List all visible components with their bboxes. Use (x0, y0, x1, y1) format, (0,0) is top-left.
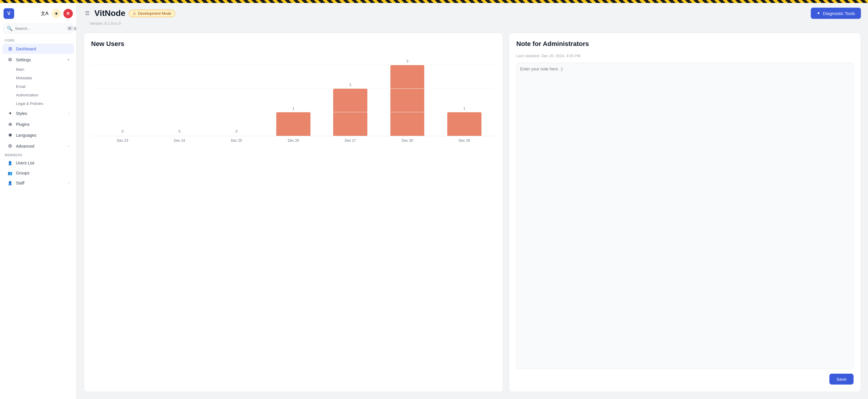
diagnostic-icon: ✦ (817, 11, 820, 16)
sidebar-item-label: Groups (16, 171, 30, 175)
shortcut-key2: K (73, 27, 77, 31)
translate-icon: 文A (41, 11, 49, 17)
chart-date-label: Dec 28 (379, 138, 436, 143)
subitem-label: Email (16, 84, 26, 89)
chart-labels: Dec 23Dec 24Dec 25Dec 26Dec 27Dec 28Dec … (91, 136, 496, 143)
sidebar-item-label: Advanced (16, 144, 34, 148)
sidebar-toggle-icon: ☰ (85, 10, 90, 16)
bar-value-label: 0 (121, 129, 124, 133)
chart-bars-area: 0001231 (91, 54, 496, 136)
note-textarea[interactable] (516, 63, 854, 369)
save-label: Save (836, 376, 846, 381)
chart-date-label: Dec 24 (151, 138, 208, 143)
logo-icon: V (3, 8, 14, 19)
search-icon: 🔍 (7, 26, 13, 31)
diagnostic-tools-button[interactable]: ✦ Diagnostic Tools (811, 8, 861, 19)
sun-icon: ☀ (54, 11, 58, 16)
save-button[interactable]: Save (829, 374, 854, 385)
sidebar-subitem-main[interactable]: Main (2, 65, 74, 73)
bar-value-label: 3 (406, 59, 408, 63)
settings-icon: ⚙ (7, 57, 13, 63)
sidebar-subitem-legal[interactable]: Legal & Policies (2, 100, 74, 107)
sidebar-item-groups[interactable]: 👥 Groups (2, 168, 74, 178)
sidebar-item-label: Users List (16, 161, 34, 165)
advanced-icon: ⚙ (7, 143, 13, 149)
header-left: ☰ VitNode ⚠ Development Mode (84, 8, 175, 18)
subitem-label: Metadata (16, 76, 32, 80)
sidebar-item-label: Staff (16, 180, 25, 185)
sidebar-item-staff[interactable]: 👤 Staff › (2, 178, 74, 188)
sidebar-subitem-authorization[interactable]: Authorization (2, 91, 74, 99)
bar (447, 112, 482, 136)
chart-date-label: Dec 29 (436, 138, 493, 143)
sidebar-item-settings[interactable]: ⚙ Settings ▾ (2, 55, 74, 65)
theme-toggle-btn[interactable]: ☀ (52, 9, 61, 18)
warning-icon: ⚠ (133, 11, 136, 15)
sidebar-toggle-btn[interactable]: ☰ (84, 9, 91, 18)
bar-value-label: 1 (292, 106, 294, 110)
translate-icon-btn[interactable]: 文A (40, 9, 49, 18)
chart-card: New Users 0001231 Dec 23Dec 24Dec 25Dec … (84, 33, 503, 392)
bar-group: 1 (436, 106, 493, 136)
app-title: VitNode (94, 8, 125, 18)
chevron-down-icon: ▾ (67, 58, 69, 62)
chart-container: 0001231 Dec 23Dec 24Dec 25Dec 26Dec 27De… (91, 54, 496, 154)
sidebar-item-users-list[interactable]: 👤 Users List (2, 158, 74, 168)
bar (276, 112, 310, 136)
staff-icon: 👤 (7, 181, 13, 185)
chevron-right-icon: › (68, 181, 69, 185)
bar (390, 65, 425, 136)
sidebar-item-plugins[interactable]: ⊕ Plugins (2, 119, 74, 129)
main-content: ☰ VitNode ⚠ Development Mode ✦ Diagnosti… (77, 3, 868, 399)
sidebar-item-label: Dashboard (16, 46, 36, 51)
bar (162, 135, 197, 136)
shortcut-key1: ⌘ (67, 26, 72, 31)
subitem-label: Main (16, 67, 24, 72)
sidebar-subitem-metadata[interactable]: Metadata (2, 74, 74, 82)
sidebar: V 文A ☀ R 🔍 ⌘ K Core ⊞ Dashboard ⚙ Settin… (0, 3, 77, 399)
core-section-label: Core (0, 37, 76, 43)
chevron-right-icon: › (68, 111, 69, 115)
note-title: Note for Administrators (516, 40, 854, 48)
chevron-right-icon: › (68, 144, 69, 148)
sidebar-item-label: Settings (16, 58, 31, 62)
note-card: Note for Administrators Last Updated: De… (509, 33, 861, 392)
logo-area: V 文A ☀ R (0, 6, 76, 23)
content-area: New Users 0001231 Dec 23Dec 24Dec 25Dec … (77, 28, 868, 399)
sidebar-item-advanced[interactable]: ⚙ Advanced › (2, 141, 74, 151)
version-text: Version: 0.1.0-rc.0 (77, 21, 868, 28)
chart-title: New Users (91, 40, 496, 48)
chart-date-label: Dec 23 (94, 138, 151, 143)
subitem-label: Authorization (16, 93, 38, 97)
bar-value-label: 1 (463, 106, 465, 110)
bar (333, 89, 367, 136)
users-icon: 👤 (7, 161, 13, 165)
sidebar-item-styles[interactable]: ✦ Styles › (2, 108, 74, 119)
sidebar-item-languages[interactable]: ✱ Languages (2, 130, 74, 140)
warning-bar (0, 0, 868, 3)
chart-date-label: Dec 27 (322, 138, 379, 143)
bar-group: 3 (379, 59, 436, 136)
bar-value-label: 0 (178, 129, 181, 133)
note-last-updated: Last Updated: Dec 20, 2024, 4:05 PM (516, 54, 854, 58)
bar-group: 0 (208, 129, 265, 136)
dashboard-icon: ⊞ (7, 46, 13, 52)
sidebar-item-label: Styles (16, 111, 27, 116)
search-input[interactable] (15, 26, 65, 31)
chart-date-label: Dec 25 (208, 138, 265, 143)
bar-group: 1 (265, 106, 322, 136)
plugins-icon: ⊕ (7, 122, 13, 127)
sidebar-item-label: Languages (16, 133, 36, 138)
dev-badge-label: Development Mode (138, 11, 171, 15)
bar-group: 0 (94, 129, 151, 136)
bar-value-label: 0 (236, 129, 238, 133)
groups-icon: 👥 (7, 171, 13, 175)
bar-value-label: 2 (349, 83, 351, 87)
sidebar-item-dashboard[interactable]: ⊞ Dashboard (2, 44, 74, 54)
search-bar[interactable]: 🔍 ⌘ K (3, 24, 73, 33)
sidebar-item-label: Plugins (16, 122, 30, 127)
members-section-label: Members (0, 152, 76, 158)
sidebar-subitem-email[interactable]: Email (2, 82, 74, 91)
user-avatar-btn[interactable]: R (63, 9, 73, 18)
main-header: ☰ VitNode ⚠ Development Mode ✦ Diagnosti… (77, 3, 868, 21)
